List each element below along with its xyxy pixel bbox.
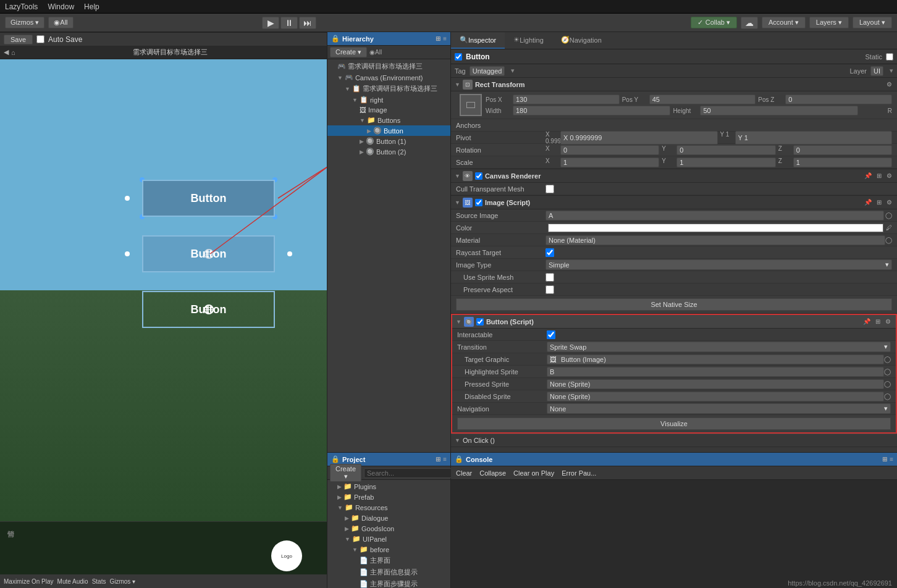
image-expand-icon[interactable]: ⊞	[875, 199, 883, 206]
collab-button[interactable]: ✓ Collab ▾	[691, 17, 737, 28]
rect-transform-header[interactable]: ▼ ⊡ Rect Transform ⚙	[451, 78, 897, 91]
project-search[interactable]	[364, 468, 455, 478]
proj-item-6[interactable]: ▼ 📁 before	[327, 544, 450, 555]
hier-item-1[interactable]: ▼ 🎮 Canvas (Environment)	[327, 72, 450, 83]
scene-button-3[interactable]: Button	[142, 291, 275, 328]
proj-item-5[interactable]: ▼ 📁 UIPanel	[327, 534, 450, 544]
scale-y-input[interactable]	[676, 158, 775, 167]
color-swatch[interactable]	[548, 224, 883, 232]
menu-window[interactable]: Window	[48, 2, 74, 11]
interactable-checkbox[interactable]	[547, 330, 555, 339]
scale-z-input[interactable]	[793, 158, 892, 167]
visualize-btn[interactable]: Visualize	[457, 418, 891, 430]
proj-item-2[interactable]: ▼ 📁 Resources	[327, 502, 450, 513]
scene-home[interactable]: ⌂	[11, 49, 15, 56]
canvas-renderer-header[interactable]: ▼ 👁 Canvas Renderer 📌 ⊞ ⚙	[451, 169, 897, 183]
hier-item-6[interactable]: ▶ 🔘 Button	[327, 125, 450, 136]
rot-y-input[interactable]	[676, 145, 775, 155]
menu-lazytools[interactable]: LazyTools	[5, 2, 38, 11]
menu-help[interactable]: Help	[84, 2, 99, 11]
obj-active-checkbox[interactable]	[455, 53, 462, 61]
pos-z-input[interactable]	[785, 94, 892, 104]
canvas-enable-checkbox[interactable]	[475, 172, 482, 180]
rot-x-input[interactable]	[560, 145, 659, 155]
play-button[interactable]: ▶	[262, 17, 279, 29]
proj-item-1[interactable]: ▶ 📁 Prefab	[327, 492, 450, 502]
scene-button-1[interactable]: Button	[142, 180, 275, 217]
pause-button[interactable]: ⏸	[280, 17, 298, 29]
canvas-expand-icon[interactable]: ⊞	[875, 172, 883, 179]
rect-widget[interactable]	[460, 94, 482, 116]
scene-nav-left[interactable]: ◀	[4, 48, 9, 56]
pos-y-input[interactable]	[649, 94, 756, 104]
rot-z-input[interactable]	[793, 145, 892, 155]
proj-item-8[interactable]: 📄 主界面信息提示	[327, 566, 450, 578]
sprite-mesh-checkbox[interactable]	[545, 273, 554, 282]
button-enable-checkbox[interactable]	[476, 318, 484, 326]
source-image-value[interactable]: A	[545, 211, 884, 220]
toolbar-all-btn[interactable]: ◉All	[48, 17, 73, 28]
project-create-btn[interactable]: Create ▾	[330, 464, 361, 482]
canvas-settings-icon[interactable]: ⚙	[885, 172, 893, 179]
image-pin-icon[interactable]: 📌	[863, 199, 873, 206]
image-type-dropdown[interactable]: Simple ▾	[545, 259, 892, 270]
hier-item-5[interactable]: ▼ 📁 Buttons	[327, 115, 450, 125]
project-pin-icon[interactable]: ⊞	[436, 456, 440, 463]
account-button[interactable]: Account ▾	[762, 17, 806, 28]
proj-item-0[interactable]: ▶ 📁 Plugins	[327, 481, 450, 492]
proj-item-9[interactable]: 📄 主界面步骤提示	[327, 578, 450, 588]
button-pin-icon[interactable]: 📌	[862, 318, 872, 325]
highlighted-circle[interactable]: ◯	[884, 368, 891, 375]
material-value[interactable]: None (Material)	[545, 235, 885, 245]
pivot-y-input[interactable]	[735, 131, 893, 145]
hier-item-0[interactable]: 🎮 需求调研目标市场选择三	[327, 61, 450, 72]
scene-button-2[interactable]: Button	[142, 235, 275, 272]
preserve-checkbox[interactable]	[545, 285, 554, 294]
mute-audio[interactable]: Mute Audio	[57, 578, 88, 585]
layer-dropdown[interactable]: UI	[870, 66, 883, 76]
canvas-pin-icon[interactable]: 📌	[863, 172, 873, 179]
clear-btn[interactable]: Clear	[453, 469, 474, 477]
anchor-left[interactable]	[125, 196, 130, 201]
project-lock-icon[interactable]: 🔒	[331, 455, 340, 463]
clear-on-play-btn[interactable]: Clear on Play	[511, 469, 557, 477]
tab-inspector[interactable]: 🔍 Inspector	[451, 32, 505, 49]
width-input[interactable]	[513, 106, 670, 116]
hier-item-2[interactable]: ▼ 📋 需求调研目标市场选择三	[327, 83, 450, 94]
cull-checkbox[interactable]	[545, 185, 554, 193]
color-eyedropper[interactable]: 🖊	[886, 224, 892, 231]
step-button[interactable]: ⏭	[299, 17, 316, 29]
cloud-button[interactable]: ☁	[741, 17, 758, 29]
static-checkbox[interactable]	[886, 53, 893, 61]
set-native-btn[interactable]: Set Native Size	[456, 298, 892, 311]
scale-x-input[interactable]	[560, 158, 659, 167]
collapse-btn[interactable]: Collapse	[477, 469, 508, 477]
auto-save-checkbox[interactable]	[36, 35, 44, 43]
hierarchy-all-btn[interactable]: ◉All	[369, 49, 382, 56]
hierarchy-pin-icon[interactable]: ⊞	[436, 35, 440, 42]
hierarchy-create-btn[interactable]: Create ▾	[330, 47, 367, 57]
error-pause-btn[interactable]: Error Pau...	[559, 469, 599, 477]
button-settings-icon[interactable]: ⚙	[884, 318, 892, 325]
gizmos-bottom[interactable]: Gizmos ▾	[109, 578, 135, 585]
proj-item-7[interactable]: 📄 主界面	[327, 555, 450, 566]
hierarchy-menu-icon[interactable]: ≡	[443, 35, 447, 42]
image-enable-checkbox[interactable]	[475, 199, 482, 206]
toolbar-gizmos-btn[interactable]: Gizmos ▾	[5, 17, 44, 28]
button-expand-icon[interactable]: ⊞	[874, 318, 882, 325]
disabled-value[interactable]: None (Sprite)	[547, 392, 884, 401]
pressed-value[interactable]: None (Sprite)	[547, 379, 884, 389]
anchor-left-2[interactable]	[125, 251, 130, 256]
tab-lighting[interactable]: ☀ Lighting	[505, 32, 552, 49]
target-graphic-circle[interactable]: ◯	[884, 356, 891, 363]
hier-item-8[interactable]: ▶ 🔘 Button (2)	[327, 146, 450, 157]
transition-dropdown[interactable]: Sprite Swap ▾	[547, 342, 891, 352]
tag-dropdown[interactable]: Untagged	[470, 66, 505, 76]
onclick-header[interactable]: ▼ On Click ()	[451, 434, 897, 447]
source-image-circle[interactable]: ◯	[885, 212, 892, 219]
highlighted-value[interactable]: B	[547, 367, 884, 377]
maximize-on-play[interactable]: Maximize On Play	[4, 578, 54, 585]
proj-item-3[interactable]: ▶ 📁 Dialogue	[327, 513, 450, 523]
pivot-x-input[interactable]	[560, 131, 718, 145]
layers-button[interactable]: Layers ▾	[809, 17, 849, 28]
